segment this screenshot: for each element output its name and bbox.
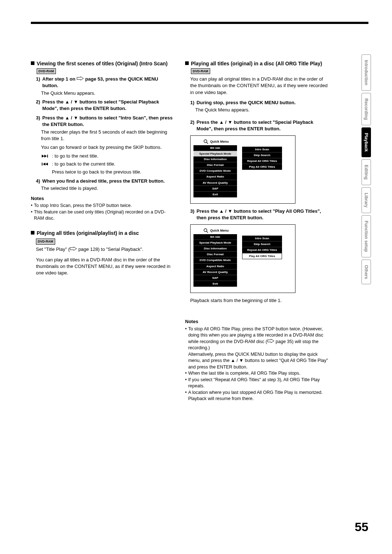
step-text: Press the ▲ / ▼ buttons to select "Speci… (197, 119, 328, 132)
section-title: Viewing the first scenes of titles (Orig… (37, 60, 174, 74)
tab-others[interactable]: Others (362, 260, 371, 285)
section-intro-scan: Viewing the first scenes of titles (Orig… (31, 60, 174, 74)
menu-item[interactable]: Exit (193, 281, 237, 287)
menu-title-text: Quick Menu (210, 228, 229, 233)
menu-item[interactable]: Disc Information (193, 156, 237, 162)
step-3: 3) Press the ▲ / ▼ buttons to select "In… (36, 115, 174, 128)
tab-recording[interactable]: Recording (362, 93, 371, 125)
svg-rect-0 (47, 155, 48, 158)
menu-item[interactable]: Intro Scan (242, 147, 282, 152)
menu-item[interactable]: Aspect Ratio (193, 264, 237, 269)
step-text: Press the ▲ / ▼ buttons to select "Speci… (42, 99, 174, 112)
step-number: 2) (190, 119, 195, 132)
skip-prev-text: : to go back to the current title. (52, 161, 115, 167)
menu-item[interactable]: Disc Format (193, 162, 237, 168)
section-play-all: Playing all titles (original/playlist) i… (31, 230, 174, 237)
step3-followup2: You can go forward or back by pressing t… (41, 144, 174, 151)
menu-item[interactable]: Bit rate (193, 234, 237, 240)
left-column: Viewing the first scenes of titles (Orig… (31, 60, 174, 402)
note-item: •When the last title is complete, All OR… (185, 370, 328, 377)
notes-heading: Notes (31, 195, 174, 202)
playall-set: Set "Title Play" ( page 128) to "Serial … (36, 246, 174, 253)
tab-function-setup[interactable]: Function setup (362, 215, 371, 257)
menu-item[interactable]: DVD Compatible Mode (193, 168, 237, 174)
note-text: A location where you last stopped All OR… (188, 390, 328, 402)
svg-point-2 (204, 140, 207, 143)
step-number: 1) (36, 76, 40, 89)
menu-item[interactable]: Bit rate (193, 145, 237, 151)
quick-menu-1: Quick Menu Bit rate Special Playback Mod… (190, 135, 295, 204)
playback-starts: Playback starts from the beginning of ti… (190, 297, 328, 304)
menu-item[interactable]: SAP (193, 186, 237, 192)
note-item: •A location where you last stopped All O… (185, 390, 328, 402)
menu-item[interactable]: Intro Scan (242, 236, 282, 241)
notes-heading: Notes (185, 318, 328, 325)
menu-item[interactable]: Special Playback Mode (193, 240, 237, 246)
menu-left-col: Quick Menu Bit rate Special Playback Mod… (193, 139, 237, 198)
menu-item[interactable]: Skip Search (242, 152, 282, 158)
skip-prev-icon (41, 161, 49, 167)
menu-item[interactable]: Exit (193, 192, 237, 197)
step4-followup: The selected title is played. (41, 185, 174, 192)
menu-item-selected[interactable]: Special Playback Mode (193, 151, 237, 156)
menu-item[interactable]: Repeat All ORG Titles (242, 247, 282, 253)
step-text: After step 1 on page 53, press the QUICK… (42, 76, 174, 89)
step-2: 2) Press the ▲ / ▼ buttons to select "Sp… (36, 99, 174, 112)
step-4: 4) When you find a desired title, press … (36, 178, 174, 184)
skip-next-row: : to go to the next title. (41, 153, 174, 159)
menu-item[interactable]: AV Record Quality (193, 180, 237, 186)
menu-item[interactable]: Skip Search (242, 241, 282, 247)
right-column: Playing all titles (original) in a disc … (185, 60, 328, 402)
step1-followup: The Quick Menu appears. (195, 107, 328, 113)
step1-bold: During stop, press the QUICK MENU button… (197, 100, 296, 105)
tab-introduction[interactable]: Introduction (362, 54, 371, 91)
menu-item[interactable]: Disc Information (193, 246, 237, 252)
side-tabs: Introduction Recording Playback Editing … (362, 54, 371, 284)
note-text: To stop All ORG Title Play, press the ST… (188, 326, 328, 371)
step-1: 1) After step 1 on page 53, press the QU… (36, 76, 174, 89)
step-number: 3) (36, 115, 40, 128)
note-item: • To stop All ORG Title Play, press the … (185, 326, 328, 371)
menu-title: Quick Menu (193, 139, 237, 144)
allorg-intro: You can play all original titles in a DV… (190, 76, 328, 96)
tab-playback[interactable]: Playback (362, 127, 371, 157)
menu-right-col: Intro Scan Skip Search Repeat All ORG Ti… (242, 236, 282, 260)
dvd-ram-badge: DVD-RAM (36, 239, 55, 245)
step-number: 2) (36, 99, 40, 112)
note-text: When the last title is complete, All ORG… (188, 370, 300, 377)
content-columns: Viewing the first scenes of titles (Orig… (31, 60, 368, 402)
menu-left-col: Quick Menu Bit rate Special Playback Mod… (193, 228, 237, 287)
bullet-icon: • (31, 209, 32, 222)
page-arrow-icon (70, 247, 77, 251)
section-title: Playing all titles (original) in a disc … (191, 60, 328, 74)
bullet-icon: • (185, 326, 187, 371)
step-text: During stop, press the QUICK MENU button… (197, 99, 328, 106)
tab-editing[interactable]: Editing (362, 159, 371, 185)
note1-alt: Alternatively, press the QUICK MENU butt… (188, 352, 328, 370)
section-title-text: Playing all titles (original/playlist) i… (37, 230, 139, 236)
note-item: •To stop Intro Scan, press the STOP butt… (31, 203, 174, 209)
dvd-ram-badge: DVD-RAM (37, 68, 56, 74)
menu-item[interactable]: DVD Compatible Mode (193, 257, 237, 263)
bullet-square-icon (31, 61, 34, 65)
menu-item[interactable]: Aspect Ratio (193, 174, 237, 180)
tab-library[interactable]: Library (362, 187, 371, 213)
step3-followup1: The recorder plays the first 5 seconds o… (41, 129, 174, 142)
step-text: Press the ▲ / ▼ buttons to select "Intro… (42, 115, 174, 128)
menu-item[interactable]: Repeat All ORG Titles (242, 158, 282, 164)
svg-rect-1 (42, 163, 42, 166)
skip-prev-row: : to go back to the current title. (41, 161, 174, 167)
playall-desc: You can play all titles in a DVD-RAM dis… (36, 257, 174, 277)
section-title-text: Playing all titles (original) in a disc … (191, 61, 322, 66)
step-text: When you find a desired title, press the… (42, 178, 174, 184)
menu-item[interactable]: Play All ORG Titles (242, 164, 282, 170)
page-arrow-icon (267, 339, 274, 343)
note-text: This feature can be used only titles (Or… (34, 209, 174, 222)
skip-next-text: : to go to the next title. (52, 153, 98, 159)
menu-item[interactable]: AV Record Quality (193, 269, 237, 275)
menu-item[interactable]: SAP (193, 275, 237, 281)
menu-title: Quick Menu (193, 228, 237, 233)
menu-item-selected[interactable]: Play All ORG Titles (242, 253, 282, 259)
menu-item[interactable]: Disc Format (193, 252, 237, 257)
bullet-icon: • (185, 377, 187, 390)
